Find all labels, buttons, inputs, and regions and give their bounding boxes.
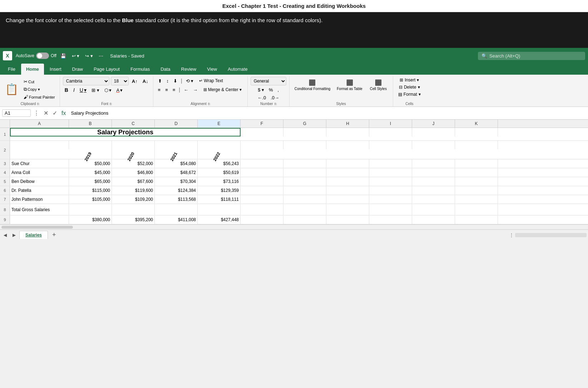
undo-button[interactable]: ↩ ▾ bbox=[70, 53, 81, 59]
cell-k6[interactable] bbox=[455, 186, 498, 195]
font-size-select[interactable]: 18 8910111214161820 bbox=[111, 77, 129, 85]
text-orientation-button[interactable]: ⟲ ▾ bbox=[184, 78, 196, 84]
italic-button[interactable]: I bbox=[71, 86, 76, 94]
tab-data[interactable]: Data bbox=[155, 64, 175, 75]
decrease-indent-button[interactable]: ← bbox=[182, 86, 190, 93]
cell-c9[interactable]: $395,200 bbox=[112, 215, 155, 224]
cell-c6[interactable]: $119,600 bbox=[112, 186, 155, 195]
save-button[interactable]: 💾 bbox=[59, 53, 68, 59]
more-sheets-icon[interactable]: ⋮ bbox=[509, 233, 514, 238]
cell-j5[interactable] bbox=[412, 177, 455, 186]
cell-c4[interactable]: $46,800 bbox=[112, 168, 155, 177]
cell-i6[interactable] bbox=[369, 186, 412, 195]
cell-b8[interactable] bbox=[69, 204, 112, 215]
paste-button[interactable]: 📋 bbox=[3, 81, 20, 97]
col-header-e[interactable]: E bbox=[198, 120, 241, 128]
cell-h2[interactable] bbox=[326, 141, 369, 149]
cell-a1[interactable]: Salary Projections bbox=[10, 128, 241, 136]
arrow-left-decimal[interactable]: ←.0 bbox=[256, 94, 268, 101]
formula-input[interactable] bbox=[69, 110, 586, 116]
number-format-select[interactable]: General Number Currency Percentage bbox=[251, 77, 286, 85]
cell-a8[interactable]: Total Gross Salaries bbox=[10, 204, 69, 215]
comma-button[interactable]: , bbox=[276, 86, 281, 93]
format-cells-button[interactable]: ▤ Format ▾ bbox=[396, 91, 423, 98]
cell-d8[interactable] bbox=[155, 204, 198, 215]
formula-options-button[interactable]: ⋮ bbox=[32, 109, 41, 117]
cell-h4[interactable] bbox=[326, 168, 369, 177]
cell-a5[interactable]: Ben Delbow bbox=[10, 177, 69, 186]
merge-center-button[interactable]: ⊞ Merge & Center ▾ bbox=[201, 86, 244, 94]
cell-k4[interactable] bbox=[455, 168, 498, 177]
sheet-tab-salaries[interactable]: Salaries bbox=[19, 231, 48, 239]
cell-f2[interactable] bbox=[241, 141, 283, 149]
col-header-g[interactable]: G bbox=[283, 120, 326, 128]
cell-d7[interactable]: $113,568 bbox=[155, 195, 198, 204]
cell-i1[interactable] bbox=[369, 128, 412, 136]
cell-h8[interactable] bbox=[326, 204, 369, 215]
align-top-button[interactable]: ⬆ bbox=[156, 78, 164, 84]
arrow-right-decimal[interactable]: .0→ bbox=[269, 94, 281, 101]
cell-j6[interactable] bbox=[412, 186, 455, 195]
cell-e5[interactable]: $73,116 bbox=[198, 177, 241, 186]
cell-styles-button[interactable]: ▦ Cell Styles bbox=[367, 77, 390, 92]
cell-i3[interactable] bbox=[369, 159, 412, 168]
cell-a4[interactable]: Anna Coll bbox=[10, 168, 69, 177]
add-sheet-button[interactable]: + bbox=[49, 230, 59, 239]
cell-g1[interactable] bbox=[283, 128, 326, 136]
redo-button[interactable]: ↪ ▾ bbox=[83, 53, 95, 59]
cell-f1[interactable] bbox=[241, 128, 283, 136]
cell-j4[interactable] bbox=[412, 168, 455, 177]
search-box[interactable]: 🔍 bbox=[478, 52, 585, 60]
font-expand[interactable]: ⎘ bbox=[110, 102, 112, 106]
cell-e4[interactable]: $50,619 bbox=[198, 168, 241, 177]
cell-a7[interactable]: John Patternson bbox=[10, 195, 69, 204]
search-input[interactable] bbox=[489, 53, 582, 59]
cell-i8[interactable] bbox=[369, 204, 412, 215]
more-qa-button[interactable]: ⋯ bbox=[97, 53, 105, 59]
cell-e2[interactable]: 2022 bbox=[198, 141, 241, 159]
cell-k8[interactable] bbox=[455, 204, 498, 215]
align-bottom-button[interactable]: ⬇ bbox=[172, 78, 179, 84]
cell-c3[interactable]: $52,000 bbox=[112, 159, 155, 168]
cell-g4[interactable] bbox=[283, 168, 326, 177]
borders-button[interactable]: ⊞ ▾ bbox=[90, 87, 101, 94]
cell-b9[interactable]: $380,000 bbox=[69, 215, 112, 224]
cell-d9[interactable]: $411,008 bbox=[155, 215, 198, 224]
cell-k7[interactable] bbox=[455, 195, 498, 204]
cell-g3[interactable] bbox=[283, 159, 326, 168]
cell-j2[interactable] bbox=[412, 141, 455, 149]
cell-c5[interactable]: $67,600 bbox=[112, 177, 155, 186]
cell-e7[interactable]: $118,111 bbox=[198, 195, 241, 204]
cell-j9[interactable] bbox=[412, 215, 455, 224]
align-left-button[interactable]: ≡ bbox=[156, 86, 163, 93]
cell-g2[interactable] bbox=[283, 141, 326, 149]
align-middle-button[interactable]: ↕ bbox=[165, 78, 171, 84]
cell-i2[interactable] bbox=[369, 141, 412, 149]
cell-d2[interactable]: 2021 bbox=[155, 141, 198, 159]
cell-k2[interactable] bbox=[455, 141, 498, 149]
cell-d3[interactable]: $54,080 bbox=[155, 159, 198, 168]
cell-j1[interactable] bbox=[412, 128, 455, 136]
wrap-text-button[interactable]: ↵ Wrap Text bbox=[196, 77, 226, 85]
cell-d6[interactable]: $124,384 bbox=[155, 186, 198, 195]
cell-g7[interactable] bbox=[283, 195, 326, 204]
cut-button[interactable]: ✂ Cut bbox=[22, 78, 57, 85]
underline-button[interactable]: U ▾ bbox=[78, 86, 88, 94]
vertical-scrollbar[interactable] bbox=[515, 233, 587, 237]
align-right-button[interactable]: ≡ bbox=[171, 86, 177, 93]
cell-g6[interactable] bbox=[283, 186, 326, 195]
cell-b3[interactable]: $50,000 bbox=[69, 159, 112, 168]
copy-button[interactable]: ⧉ Copy ▾ bbox=[22, 86, 57, 93]
bold-button[interactable]: B bbox=[63, 86, 70, 94]
tab-draw[interactable]: Draw bbox=[67, 64, 88, 75]
cell-g8[interactable] bbox=[283, 204, 326, 215]
cell-c8[interactable] bbox=[112, 204, 155, 215]
cell-i4[interactable] bbox=[369, 168, 412, 177]
cell-i7[interactable] bbox=[369, 195, 412, 204]
horizontal-scrollbar[interactable] bbox=[0, 224, 588, 229]
cell-d4[interactable]: $48,672 bbox=[155, 168, 198, 177]
scrollbar-thumb[interactable] bbox=[1, 226, 73, 229]
cell-a2[interactable] bbox=[10, 141, 69, 149]
cell-j7[interactable] bbox=[412, 195, 455, 204]
autosave-toggle[interactable] bbox=[36, 53, 49, 59]
